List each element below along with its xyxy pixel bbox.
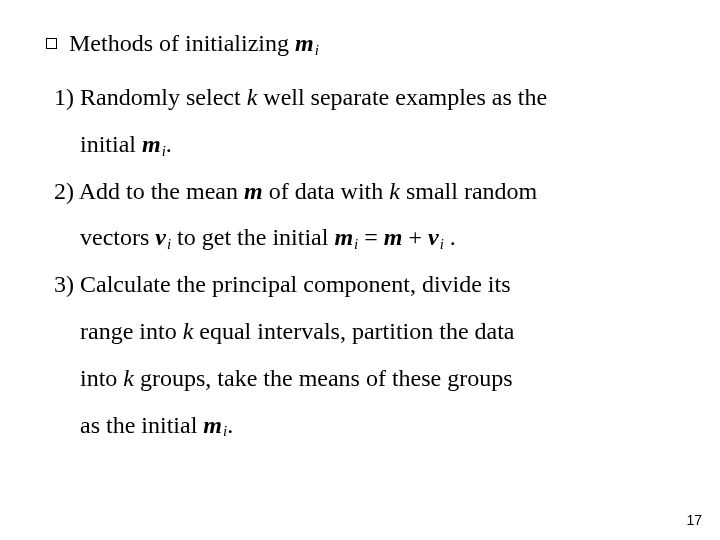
list-item: 3) Calculate the principal component, di… [54,261,680,308]
item3-l3b: groups, take the means of these groups [134,365,513,391]
item3-k2: k [123,365,134,391]
item2-l1b: of data with [263,178,390,204]
item2-v: v [155,224,166,250]
eq-m: m [334,224,353,250]
list-item: 2) Add to the mean m of data with k smal… [54,168,680,215]
item1-l1a: Randomly select [80,84,247,110]
eq-eq: = [358,224,384,250]
item1-l2a: initial [80,131,142,157]
item3-l4b: . [227,412,233,438]
item3-lead: 3) [54,271,80,297]
item1-m: m [142,131,161,157]
item1-k: k [247,84,258,110]
slide: Methods of initializing mi 1) Randomly s… [0,0,720,540]
item3-l2b: equal intervals, partition the data [193,318,514,344]
item3-l1: Calculate the principal component, divid… [80,271,511,297]
page-number: 17 [686,512,702,528]
list-item: 1) Randomly select k well separate examp… [54,74,680,121]
heading-row: Methods of initializing mi [46,28,680,60]
list-item-cont: as the initial mi. [80,402,680,449]
eq-v: v [428,224,439,250]
item2-l1c: small random [400,178,537,204]
item3-l3a: into [80,365,123,391]
list-item-cont: range into k equal intervals, partition … [80,308,680,355]
item2-l1a: Add to the mean [79,178,244,204]
list-item-cont: vectors vi to get the initial mi = m + v… [80,214,680,261]
eq-plus: + [402,224,428,250]
heading-sym-m: m [295,30,314,56]
item2-l2a: vectors [80,224,155,250]
item3-l4a: as the initial [80,412,203,438]
item3-m: m [203,412,222,438]
item2-l2c: . [444,224,456,250]
bullet-square-icon [46,38,57,49]
item1-lead: 1) [54,84,80,110]
item2-m: m [244,178,263,204]
eq-m2: m [384,224,403,250]
item2-l2b: to get the initial [171,224,334,250]
item3-l2a: range into [80,318,183,344]
item1-l1b: well separate examples as the [257,84,547,110]
item3-k1: k [183,318,194,344]
item2-k: k [389,178,400,204]
list-item-cont: initial mi. [80,121,680,168]
heading-text: Methods of initializing [69,30,289,56]
heading-sym-i: i [314,42,319,58]
item1-l2b: . [166,131,172,157]
item2-lead: 2) [54,178,79,204]
list-item-cont: into k groups, take the means of these g… [80,355,680,402]
